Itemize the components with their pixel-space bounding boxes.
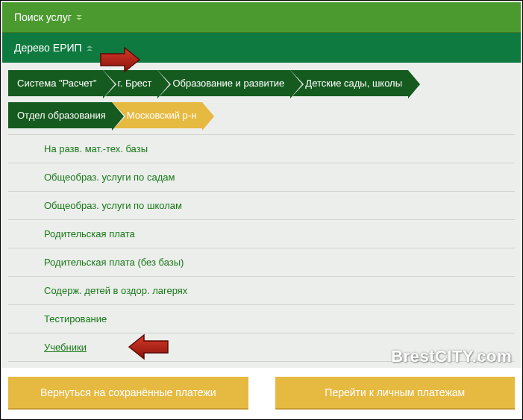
list-item[interactable]: Родительская плата <box>8 220 515 248</box>
arrow-indicator-icon <box>98 46 141 73</box>
breadcrumb-area: Система "Расчет" г. Брест Образование и … <box>2 63 521 368</box>
breadcrumb-row-1: Система "Расчет" г. Брест Образование и … <box>8 70 515 96</box>
chevron-down-icon <box>76 15 82 20</box>
breadcrumb-district[interactable]: Московский р-н <box>112 102 203 128</box>
search-panel-header[interactable]: Поиск услуг <box>2 2 521 33</box>
back-button[interactable]: Вернуться на сохранённые платежи <box>8 377 248 410</box>
list-item[interactable]: Содерж. детей в оздор. лагерях <box>8 277 515 305</box>
forward-button[interactable]: Перейти к личным платежам <box>275 377 516 410</box>
search-panel-title: Поиск услуг <box>14 11 72 23</box>
breadcrumb-row-2: Отдел образования Московский р-н <box>8 102 515 128</box>
button-row: Вернуться на сохранённые платежи Перейти… <box>2 368 521 416</box>
list-item-textbooks[interactable]: Учебники <box>8 333 515 362</box>
chevron-up-icon <box>87 46 93 51</box>
breadcrumb-subcategory[interactable]: Детские сады, школы <box>290 70 408 96</box>
arrow-indicator-icon <box>128 333 171 360</box>
list-item[interactable]: Общеобраз. услуги по садам <box>8 163 515 192</box>
list-item[interactable]: На разв. мат.-тех. базы <box>8 135 515 163</box>
list-item[interactable]: Родительская плата (без базы) <box>8 248 515 277</box>
breadcrumb-category[interactable]: Образование и развитие <box>157 70 290 96</box>
breadcrumb-department[interactable]: Отдел образования <box>8 102 112 128</box>
breadcrumb-system[interactable]: Система "Расчет" <box>8 70 103 96</box>
tree-panel-header[interactable]: Дерево ЕРИП <box>2 33 521 63</box>
list-item[interactable]: Общеобраз. услуги по школам <box>8 192 515 220</box>
tree-panel-title: Дерево ЕРИП <box>14 42 82 54</box>
list-item[interactable]: Тестирование <box>8 305 515 333</box>
service-list: На разв. мат.-тех. базы Общеобраз. услуг… <box>8 134 515 362</box>
